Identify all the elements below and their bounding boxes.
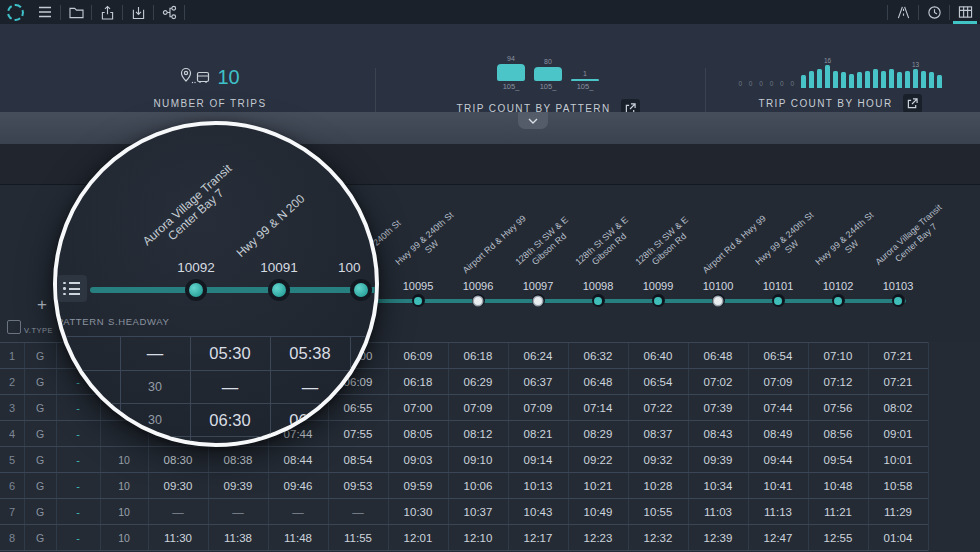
time-cell[interactable]: 10:58 [868, 473, 928, 499]
stop-dot[interactable] [772, 294, 785, 307]
row-number[interactable]: 6 [0, 473, 24, 499]
time-cell[interactable]: 06:18 [388, 369, 448, 395]
stop-id[interactable]: 10103 [868, 280, 928, 292]
headway-cell[interactable]: 10 [100, 525, 148, 551]
row-number[interactable]: 7 [0, 499, 24, 525]
time-cell[interactable]: 07:12 [808, 369, 868, 395]
time-cell[interactable]: 11:38 [208, 525, 268, 551]
time-cell[interactable]: 11:48 [268, 525, 328, 551]
time-cell[interactable]: 07:55 [328, 421, 388, 447]
time-cell[interactable]: 06:09 [388, 343, 448, 369]
time-cell[interactable]: 08:05 [388, 421, 448, 447]
time-cell[interactable]: 06:54 [748, 343, 808, 369]
stop-id[interactable]: 10096 [448, 280, 508, 292]
stop-id[interactable]: 10099 [628, 280, 688, 292]
time-cell[interactable]: 07:00 [388, 395, 448, 421]
time-cell[interactable]: — [328, 499, 388, 525]
vehicle-type-cell[interactable]: G [24, 525, 56, 551]
time-cell[interactable]: 08:49 [748, 421, 808, 447]
stop-dot[interactable] [892, 294, 905, 307]
time-cell[interactable]: 06:40 [628, 343, 688, 369]
time-cell[interactable]: 06:24 [508, 343, 568, 369]
stop-id[interactable]: 10098 [568, 280, 628, 292]
time-cell[interactable]: 11:13 [748, 499, 808, 525]
time-cell[interactable]: 09:14 [508, 447, 568, 473]
headway-cell[interactable]: 10 [100, 499, 148, 525]
history-clock-icon[interactable] [919, 0, 949, 24]
time-cell[interactable]: 10:43 [508, 499, 568, 525]
stop-dot[interactable] [652, 294, 665, 307]
time-cell[interactable]: 06:48 [568, 369, 628, 395]
time-cell[interactable]: 08:30 [148, 447, 208, 473]
time-cell[interactable]: 08:44 [268, 447, 328, 473]
row-number[interactable]: 5 [0, 447, 24, 473]
time-cell[interactable]: 01:04 [868, 525, 928, 551]
time-cell[interactable]: 06:48 [688, 343, 748, 369]
stop-dot[interactable] [712, 294, 725, 307]
time-cell[interactable]: 10:13 [508, 473, 568, 499]
stop-dot[interactable] [532, 294, 545, 307]
time-cell[interactable]: 08:54 [328, 447, 388, 473]
time-cell[interactable]: 08:21 [508, 421, 568, 447]
time-cell[interactable]: 08:29 [568, 421, 628, 447]
time-cell[interactable]: 06:37 [508, 369, 568, 395]
time-cell[interactable]: 09:59 [388, 473, 448, 499]
pattern-cell[interactable]: - [56, 499, 100, 525]
hour-expand-icon[interactable] [903, 94, 922, 113]
time-cell[interactable]: 12:55 [808, 525, 868, 551]
pattern-cell[interactable]: - [56, 395, 100, 421]
stop-dot[interactable] [832, 294, 845, 307]
time-cell[interactable]: — [268, 499, 328, 525]
time-cell[interactable]: 08:38 [208, 447, 268, 473]
time-cell[interactable]: 07:09 [508, 395, 568, 421]
time-cell[interactable]: — [148, 499, 208, 525]
time-cell[interactable]: 08:02 [868, 395, 928, 421]
time-cell[interactable]: 06:32 [568, 343, 628, 369]
pattern-cell[interactable]: - [56, 421, 100, 447]
time-cell[interactable]: 11:21 [808, 499, 868, 525]
pattern-cell[interactable]: - [56, 473, 100, 499]
time-cell[interactable]: 07:56 [808, 395, 868, 421]
headway-cell[interactable]: 10 [100, 473, 148, 499]
stop-id[interactable]: 10101 [748, 280, 808, 292]
time-cell[interactable]: 07:21 [868, 343, 928, 369]
time-cell[interactable]: 10:28 [628, 473, 688, 499]
row-number[interactable]: 4 [0, 421, 24, 447]
workflow-icon[interactable] [154, 0, 184, 24]
time-cell[interactable]: 09:30 [148, 473, 208, 499]
stop-dot[interactable] [592, 294, 605, 307]
time-cell[interactable]: 10:55 [628, 499, 688, 525]
vehicle-type-cell[interactable]: G [24, 447, 56, 473]
vehicle-type-cell[interactable]: G [24, 499, 56, 525]
import-icon[interactable] [123, 0, 153, 24]
time-cell[interactable]: 09:44 [748, 447, 808, 473]
time-cell[interactable]: 10:37 [448, 499, 508, 525]
collapse-chevron-button[interactable] [518, 112, 548, 129]
time-cell[interactable]: 07:39 [688, 395, 748, 421]
time-cell[interactable]: 07:09 [748, 369, 808, 395]
time-cell[interactable]: 12:01 [388, 525, 448, 551]
time-cell[interactable]: 08:43 [688, 421, 748, 447]
schedule-table-icon[interactable] [950, 0, 980, 24]
vehicle-type-cell[interactable]: G [24, 395, 56, 421]
time-cell[interactable]: 11:03 [688, 499, 748, 525]
time-cell[interactable]: 12:17 [508, 525, 568, 551]
time-cell[interactable]: 09:32 [628, 447, 688, 473]
time-cell[interactable]: 10:01 [868, 447, 928, 473]
time-cell[interactable]: 08:12 [448, 421, 508, 447]
stop-id[interactable]: 10102 [808, 280, 868, 292]
time-cell[interactable]: 07:14 [568, 395, 628, 421]
stop-dot[interactable] [412, 294, 425, 307]
time-cell[interactable]: 11:30 [148, 525, 208, 551]
time-cell[interactable]: 10:30 [388, 499, 448, 525]
time-cell[interactable]: 09:39 [688, 447, 748, 473]
row-number[interactable]: 1 [0, 343, 24, 369]
stop-id[interactable]: 10100 [688, 280, 748, 292]
time-cell[interactable]: 12:10 [448, 525, 508, 551]
time-cell[interactable]: 09:39 [208, 473, 268, 499]
time-cell[interactable]: 08:37 [628, 421, 688, 447]
time-cell[interactable]: 09:01 [868, 421, 928, 447]
row-number[interactable]: 8 [0, 525, 24, 551]
time-cell[interactable]: 09:46 [268, 473, 328, 499]
time-cell[interactable]: 08:56 [808, 421, 868, 447]
